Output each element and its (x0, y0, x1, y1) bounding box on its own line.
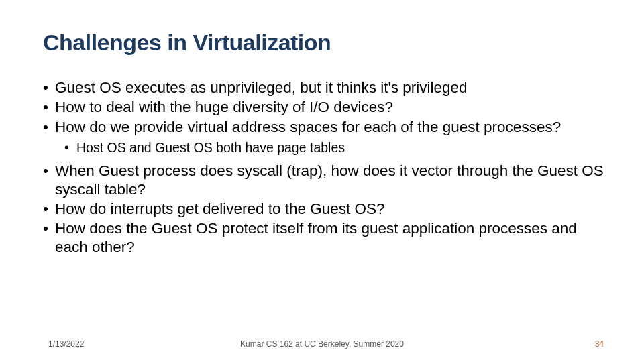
footer-center: Kumar CS 162 at UC Berkeley, Summer 2020 (240, 339, 404, 349)
bullet-item: Guest OS executes as unprivileged, but i… (43, 78, 604, 97)
bullet-item: How do interrupts get delivered to the G… (43, 200, 604, 218)
footer-date: 1/13/2022 (48, 339, 84, 349)
sub-bullet-item: Host OS and Guest OS both have page tabl… (64, 140, 604, 156)
bullet-item: How to deal with the huge diversity of I… (43, 98, 604, 116)
bullet-list: Guest OS executes as unprivileged, but i… (43, 78, 604, 256)
footer-page-number: 34 (595, 339, 604, 349)
bullet-item: When Guest process does syscall (trap), … (43, 162, 604, 198)
bullet-item: How does the Guest OS protect itself fro… (43, 219, 604, 256)
slide-footer: 1/13/2022 Kumar CS 162 at UC Berkeley, S… (0, 339, 644, 349)
slide-title: Challenges in Virtualization (43, 29, 604, 56)
slide: Challenges in Virtualization Guest OS ex… (0, 0, 644, 362)
bullet-item: How do we provide virtual address spaces… (43, 118, 604, 136)
